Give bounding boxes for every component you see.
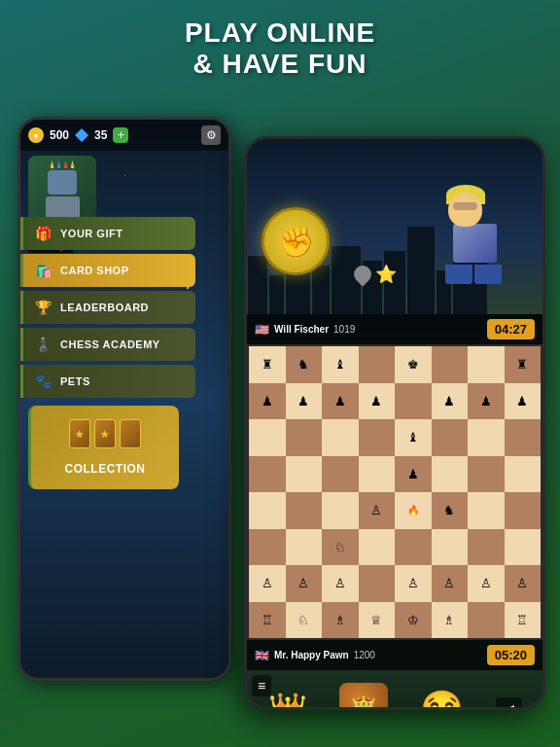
chess-cell[interactable] — [286, 419, 323, 456]
chess-cell[interactable] — [359, 346, 396, 383]
card-mini-2 — [94, 419, 116, 448]
bottom-player-rating: 1200 — [354, 650, 375, 660]
chess-cell[interactable] — [432, 346, 469, 383]
chess-cell[interactable]: ♟ — [359, 383, 396, 420]
chess-cell[interactable] — [468, 529, 505, 566]
chess-cell[interactable]: ♜ — [505, 346, 542, 383]
chess-label: CHESS ACADEMY — [60, 338, 160, 350]
menu-item-pets[interactable]: 🐾 PETS — [20, 365, 195, 398]
chess-cell[interactable]: ♟ — [468, 383, 505, 420]
chess-cell[interactable] — [359, 565, 396, 602]
chess-cell[interactable] — [432, 456, 469, 493]
chess-cell[interactable] — [249, 456, 286, 493]
chess-cell[interactable] — [286, 456, 323, 493]
chess-cell[interactable] — [505, 456, 542, 493]
bottom-timer: 05:20 — [487, 645, 535, 665]
chess-cell[interactable] — [249, 529, 286, 566]
bottom-characters: ≡ 👑 🤴 😂 ◀ — [247, 670, 542, 707]
chess-cell[interactable]: ♘ — [286, 602, 323, 639]
chess-cell[interactable] — [249, 419, 286, 456]
chess-cell[interactable] — [286, 529, 323, 566]
chess-cell[interactable]: ♙ — [468, 565, 505, 602]
chess-cell[interactable] — [468, 346, 505, 383]
chess-cell[interactable]: ♙ — [432, 565, 469, 602]
chess-cell[interactable]: ♝ — [395, 419, 432, 456]
menu-item-cardshop[interactable]: 🛍️ CARD SHOP — [20, 254, 195, 287]
menu-item-chess[interactable]: ♟️ CHESS ACADEMY — [20, 328, 195, 361]
chess-cell[interactable] — [505, 529, 542, 566]
chess-cell[interactable] — [286, 492, 323, 529]
bottom-player-name: Mr. Happy Pawn — [274, 650, 349, 660]
chess-cell[interactable] — [468, 456, 505, 493]
chess-cell[interactable]: ♙ — [286, 565, 323, 602]
chess-cell[interactable] — [322, 419, 359, 456]
card-mini-1 — [69, 419, 90, 448]
chess-cell[interactable] — [432, 419, 469, 456]
chess-cell[interactable]: ♟ — [395, 456, 432, 493]
chess-cell[interactable]: ♟ — [505, 383, 542, 420]
bottom-player-info: 🇬🇧 Mr. Happy Pawn 1200 — [255, 649, 375, 662]
top-player-flag: 🇺🇸 — [255, 323, 269, 337]
chess-cell[interactable]: ♝ — [322, 346, 359, 383]
coin-character: ✊ — [262, 207, 339, 295]
user-position: ⭐ — [354, 264, 397, 285]
menu-item-gift[interactable]: 🎁 YOUR GIFT — [20, 217, 195, 250]
chess-cell[interactable]: ♙ — [359, 492, 396, 529]
bottom-player-flag: 🇬🇧 — [255, 649, 269, 662]
warrior-head-container — [448, 193, 502, 227]
chess-cell[interactable]: ♔ — [395, 602, 432, 639]
characters-area: ✊ ⭐ — [247, 139, 542, 314]
chess-cell[interactable] — [505, 492, 542, 529]
chess-cell[interactable]: ♙ — [322, 565, 359, 602]
spike-yellow2 — [71, 160, 75, 168]
chess-cell[interactable] — [359, 456, 396, 493]
chess-cell[interactable]: ♚ — [395, 346, 432, 383]
chess-cell[interactable]: ♙ — [395, 565, 432, 602]
warrior-legs — [445, 265, 504, 284]
chess-cell[interactable] — [359, 419, 396, 456]
menu-item-collection[interactable]: COLLECTION — [28, 406, 179, 489]
warrior-body — [453, 224, 497, 263]
chess-cell[interactable]: ♗ — [432, 602, 469, 639]
chess-cell[interactable]: ♙ — [249, 565, 286, 602]
hamburger-button[interactable]: ≡ — [252, 675, 271, 696]
chess-cell[interactable]: ♗ — [322, 602, 359, 639]
chess-cell[interactable]: 🔥 — [395, 492, 432, 529]
warrior-character — [436, 193, 533, 300]
collection-label: COLLECTION — [65, 462, 146, 476]
chess-cell[interactable]: ♖ — [249, 602, 286, 639]
chess-cell[interactable] — [468, 602, 505, 639]
user-pin — [350, 262, 374, 286]
chess-cell[interactable] — [505, 419, 542, 456]
chess-cell[interactable] — [432, 529, 469, 566]
chess-cell[interactable]: ♜ — [249, 346, 286, 383]
chess-cell[interactable] — [322, 492, 359, 529]
chess-cell[interactable] — [395, 383, 432, 420]
top-player-rating: 1019 — [333, 324, 355, 335]
chess-board[interactable]: ♜♞♝♚♜♟♟♟♟♟♟♟♝♟♙🔥♞♘♙♙♙♙♙♙♙♖♘♗♕♔♗♖ — [249, 346, 541, 638]
chess-cell[interactable]: ♘ — [322, 529, 359, 566]
robot-head — [48, 170, 77, 195]
king-face: 🤴 — [339, 683, 388, 708]
chess-cell[interactable] — [249, 492, 286, 529]
chess-icon: ♟️ — [35, 337, 52, 352]
chess-cell[interactable]: ♟ — [432, 383, 469, 420]
chess-cell[interactable]: ♞ — [286, 346, 323, 383]
chess-cell[interactable]: ♙ — [505, 565, 542, 602]
chess-cell[interactable] — [322, 456, 359, 493]
front-tablet: ✊ ⭐ — [244, 136, 545, 710]
chess-cell[interactable] — [468, 492, 505, 529]
chess-cell[interactable]: ♖ — [505, 602, 542, 639]
leaderboard-icon: 🏆 — [35, 300, 52, 315]
chess-cell[interactable] — [359, 529, 396, 566]
prev-button[interactable]: ◀ — [496, 697, 522, 707]
chess-cell[interactable]: ♕ — [359, 602, 396, 639]
chess-cell[interactable] — [395, 529, 432, 566]
menu-item-leaderboard[interactable]: 🏆 LEADERBOARD — [20, 291, 195, 324]
spike-blue — [57, 160, 61, 168]
chess-cell[interactable]: ♟ — [249, 383, 286, 420]
chess-cell[interactable]: ♟ — [322, 383, 359, 420]
chess-cell[interactable]: ♞ — [432, 492, 469, 529]
chess-cell[interactable]: ♟ — [286, 383, 323, 420]
chess-cell[interactable] — [468, 419, 505, 456]
